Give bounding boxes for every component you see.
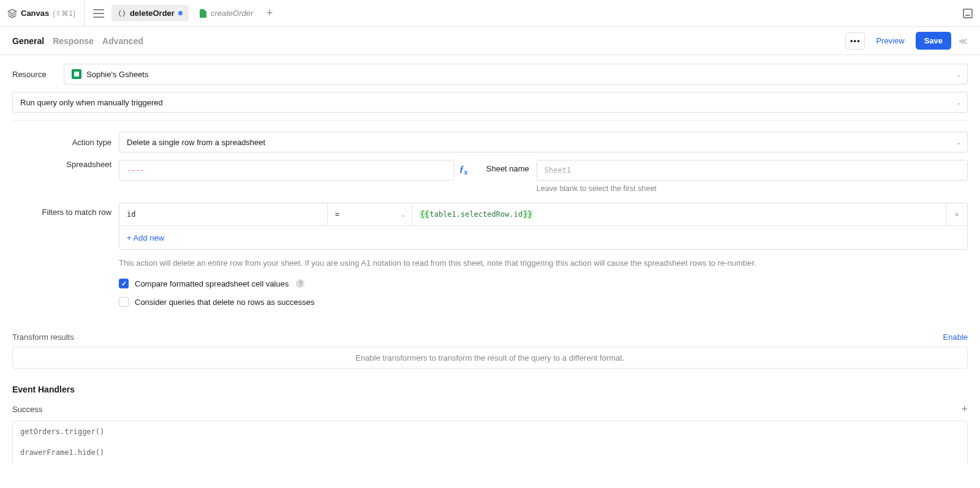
spreadsheet-value: ---- <box>127 166 145 175</box>
action-type-label: Action type <box>12 138 111 147</box>
gsheet-icon <box>72 69 81 79</box>
tabs-section: deleteOrder createOrder + <box>85 5 963 21</box>
spreadsheet-label: Spreadsheet <box>12 160 111 169</box>
resource-value: Sophie's Gsheets <box>86 70 149 79</box>
filters-row: Filters to match row id = ⌄ {{table1.sel… <box>12 203 968 315</box>
save-button[interactable]: Save <box>916 32 951 50</box>
run-mode-row: Run query only when manually triggered ⌄ <box>12 92 968 113</box>
svg-marker-0 <box>8 9 16 13</box>
success-header: Success + <box>12 403 968 416</box>
tab-label: deleteOrder <box>130 9 175 18</box>
sheet-name-label: Sheet name <box>486 160 529 173</box>
chevron-down-icon: ⌄ <box>401 211 405 218</box>
canvas-shortcut: (⇧⌘1) <box>53 9 75 18</box>
subtab-general[interactable]: General <box>12 34 44 48</box>
filter-note: This action will delete an entire row fr… <box>119 258 968 268</box>
compare-checkbox-row: Compare formatted spreadsheet cell value… <box>119 279 968 288</box>
minimize-icon <box>963 9 973 18</box>
divider <box>12 120 968 121</box>
filter-op-select[interactable]: = ⌄ <box>328 203 412 225</box>
header-actions: ••• Preview Save ≪ <box>845 32 968 50</box>
help-icon[interactable]: ? <box>296 279 304 288</box>
subtab-advanced[interactable]: Advanced <box>102 34 143 48</box>
add-filter-row: + Add new <box>119 226 967 249</box>
action-type-select[interactable]: Delete a single row from a spreadsheet ⌄ <box>119 132 968 152</box>
canvas-toggle[interactable]: Canvas (⇧⌘1) <box>7 0 85 26</box>
add-tab-button[interactable]: + <box>263 7 276 20</box>
hamburger-icon[interactable] <box>93 9 104 18</box>
filter-value-input[interactable]: {{table1.selectedRow.id}} <box>412 203 946 225</box>
tab-createOrder[interactable]: createOrder <box>192 5 259 21</box>
tab-deleteOrder[interactable]: deleteOrder <box>111 5 189 21</box>
run-mode-value: Run query only when manually triggered <box>20 98 163 107</box>
add-handler-button[interactable]: + <box>961 403 968 416</box>
subtabs: General Response Advanced <box>12 34 845 48</box>
transform-section-header: Transform results Enable <box>12 332 968 342</box>
action-type-value: Delete a single row from a spreadsheet <box>127 138 265 147</box>
spreadsheet-input[interactable]: ---- <box>119 160 454 181</box>
chevron-down-icon: ⌄ <box>956 99 961 106</box>
resource-select[interactable]: Sophie's Gsheets ⌄ <box>64 64 968 84</box>
sheet-icon <box>198 9 207 18</box>
handler-line[interactable]: getOrders.trigger() <box>13 421 967 442</box>
event-handlers-title: Event Handlers <box>12 385 75 394</box>
filter-row: id = ⌄ {{table1.selectedRow.id}} ✕ <box>119 203 967 226</box>
query-icon <box>118 9 126 18</box>
consider-label: Consider queries that delete no rows as … <box>135 298 314 307</box>
action-type-row: Action type Delete a single row from a s… <box>12 132 968 152</box>
subtab-response[interactable]: Response <box>53 34 94 48</box>
filters-label: Filters to match row <box>12 203 111 217</box>
resource-row: Resource Sophie's Gsheets ⌄ <box>12 64 968 84</box>
sheet-name-hint: Leave blank to select the first sheet <box>537 184 968 193</box>
compare-checkbox[interactable] <box>119 279 129 288</box>
content: Resource Sophie's Gsheets ⌄ Run query on… <box>0 55 980 487</box>
filter-container: id = ⌄ {{table1.selectedRow.id}} ✕ + Add… <box>119 203 968 250</box>
fx-button[interactable]: ƒx <box>459 164 468 177</box>
consider-checkbox[interactable] <box>119 297 129 307</box>
run-mode-select[interactable]: Run query only when manually triggered ⌄ <box>12 92 968 113</box>
transform-title: Transform results <box>12 332 74 342</box>
tab-label: createOrder <box>211 9 253 18</box>
success-label: Success <box>12 405 42 414</box>
chevron-down-icon: ⌄ <box>956 139 961 146</box>
preview-button[interactable]: Preview <box>870 32 910 49</box>
consider-checkbox-row: Consider queries that delete no rows as … <box>119 297 968 307</box>
filter-delete-button[interactable]: ✕ <box>946 203 967 225</box>
sub-header: General Response Advanced ••• Preview Sa… <box>0 27 980 55</box>
canvas-label: Canvas <box>21 9 49 18</box>
sheet-name-input[interactable]: Sheet1 <box>537 160 968 181</box>
handlers-box: getOrders.trigger() drawerFrame1.hide() <box>12 421 968 463</box>
add-filter-button[interactable]: + Add new <box>127 233 164 242</box>
layers-icon <box>7 9 17 18</box>
event-handlers-header: Event Handlers <box>12 385 968 394</box>
dirty-dot-icon <box>178 11 183 15</box>
filter-key-input[interactable]: id <box>119 203 328 225</box>
sheet-name-placeholder: Sheet1 <box>545 166 571 175</box>
resource-label: Resource <box>12 70 56 79</box>
collapse-icon[interactable]: ≪ <box>959 36 968 46</box>
transform-placeholder: Enable transformers to transform the res… <box>12 347 968 369</box>
spreadsheet-row: Spreadsheet ---- ƒx Sheet name Sheet1 Le… <box>12 160 968 193</box>
minimize-button[interactable] <box>963 9 973 18</box>
close-icon: ✕ <box>954 210 959 219</box>
handler-line[interactable]: drawerFrame1.hide() <box>13 442 967 463</box>
transform-enable-button[interactable]: Enable <box>943 332 968 342</box>
ellipsis-icon: ••• <box>850 36 861 45</box>
chevron-down-icon: ⌄ <box>956 71 961 78</box>
top-bar: Canvas (⇧⌘1) deleteOrder createOrder + <box>0 0 980 27</box>
compare-label: Compare formatted spreadsheet cell value… <box>135 279 288 288</box>
more-button[interactable]: ••• <box>845 32 865 50</box>
